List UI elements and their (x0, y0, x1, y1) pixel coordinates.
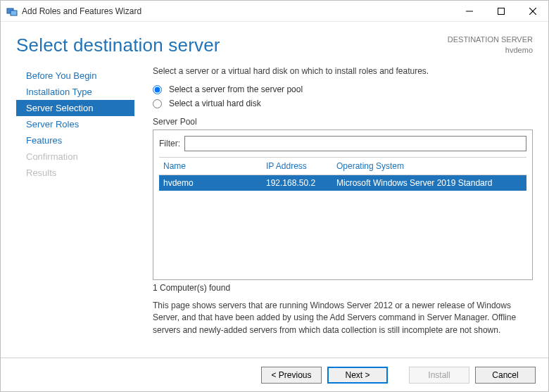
wizard-steps: Before You Begin Installation Type Serve… (16, 68, 134, 181)
step-features[interactable]: Features (16, 132, 134, 148)
main-panel: Select a server or a virtual hard disk o… (134, 66, 533, 336)
radio-vhd-input[interactable] (153, 99, 162, 108)
maximize-button[interactable] (485, 1, 517, 21)
titlebar: Add Roles and Features Wizard (1, 1, 548, 22)
col-os[interactable]: Operating System (336, 161, 524, 171)
destination-label: DESTINATION SERVER (448, 34, 533, 45)
col-name[interactable]: Name (162, 161, 266, 171)
radio-vhd-label: Select a virtual hard disk (169, 99, 261, 108)
server-table: Name IP Address Operating System hvdemo … (159, 157, 526, 274)
minimize-button[interactable] (453, 1, 485, 21)
step-server-roles[interactable]: Server Roles (16, 116, 134, 132)
step-before-you-begin[interactable]: Before You Begin (16, 68, 134, 84)
install-button: Install (409, 367, 469, 384)
cell-ip: 192.168.50.2 (266, 178, 336, 188)
table-row[interactable]: hvdemo 192.168.50.2 Microsoft Windows Se… (159, 175, 526, 191)
cell-os: Microsoft Windows Server 2019 Standard (336, 178, 524, 188)
step-server-selection[interactable]: Server Selection (16, 100, 134, 116)
next-button[interactable]: Next > (327, 367, 388, 384)
filter-input[interactable] (184, 136, 526, 151)
server-pool-box: Filter: Name IP Address Operating System… (153, 129, 533, 280)
footnote-text: This page shows servers that are running… (153, 300, 533, 336)
window-title: Add Roles and Features Wizard (22, 6, 453, 16)
previous-button[interactable]: < Previous (261, 367, 322, 384)
svg-rect-1 (11, 11, 17, 15)
filter-label: Filter: (159, 139, 180, 148)
step-installation-type[interactable]: Installation Type (16, 84, 134, 100)
step-results: Results (16, 165, 134, 181)
radio-server-pool[interactable]: Select a server from the server pool (153, 84, 533, 94)
page-title: Select destination server (16, 34, 220, 56)
radio-vhd[interactable]: Select a virtual hard disk (153, 99, 533, 108)
col-ip[interactable]: IP Address (266, 161, 336, 171)
cell-name: hvdemo (162, 178, 266, 188)
radio-server-pool-label: Select a server from the server pool (169, 84, 303, 94)
instruction-text: Select a server or a virtual hard disk o… (153, 66, 533, 76)
cancel-button[interactable]: Cancel (475, 367, 536, 384)
step-confirmation: Confirmation (16, 148, 134, 165)
server-pool-label: Server Pool (153, 117, 533, 127)
destination-indicator: DESTINATION SERVER hvdemo (448, 34, 533, 56)
app-icon (6, 6, 18, 17)
content-area: Select destination server DESTINATION SE… (1, 22, 548, 358)
destination-value: hvdemo (448, 45, 533, 56)
table-header: Name IP Address Operating System (159, 158, 526, 175)
button-bar: < Previous Next > Install Cancel (1, 358, 548, 391)
radio-server-pool-input[interactable] (153, 85, 162, 94)
svg-rect-3 (498, 8, 504, 14)
computer-count: 1 Computer(s) found (153, 283, 533, 293)
table-empty-area (159, 191, 526, 274)
close-button[interactable] (517, 1, 548, 21)
window-controls (453, 1, 548, 21)
